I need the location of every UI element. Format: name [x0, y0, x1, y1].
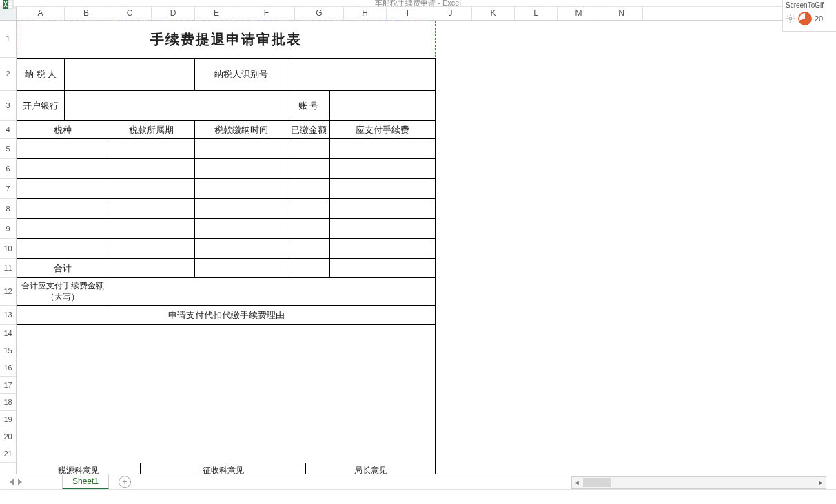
col-header[interactable]: A: [17, 7, 65, 20]
input-account[interactable]: [330, 91, 436, 121]
svg-line-9: [788, 16, 788, 17]
data-cell[interactable]: [195, 159, 287, 179]
data-cell[interactable]: [195, 139, 287, 159]
input-taxpayer[interactable]: [65, 58, 195, 91]
data-cell[interactable]: [17, 139, 108, 159]
col-header[interactable]: D: [152, 7, 195, 20]
col-header[interactable]: H: [344, 7, 387, 20]
label-taxid: 纳税人识别号: [195, 58, 287, 91]
header-paytime: 税款缴纳时间: [195, 121, 287, 139]
scroll-right-icon[interactable]: ►: [816, 478, 826, 487]
row-header[interactable]: 13: [0, 306, 17, 325]
row-header[interactable]: 16: [0, 359, 17, 377]
total-cell[interactable]: [195, 259, 287, 278]
row-header[interactable]: 4: [0, 121, 17, 139]
col-header[interactable]: F: [238, 7, 295, 20]
col-header[interactable]: B: [65, 7, 108, 20]
row-header[interactable]: 8: [0, 199, 17, 219]
label-total-cn: 合计应支付手续费金额（大写）: [17, 278, 108, 306]
data-cell[interactable]: [330, 239, 436, 259]
data-cell[interactable]: [17, 219, 108, 239]
data-cell[interactable]: [195, 239, 287, 259]
data-cell[interactable]: [330, 139, 436, 159]
data-cell[interactable]: [330, 199, 436, 219]
column-headers[interactable]: A B C D E F G H I J K L M N: [0, 7, 836, 21]
row-header[interactable]: 12: [0, 278, 17, 306]
data-cell[interactable]: [287, 239, 330, 259]
data-cell[interactable]: [287, 139, 330, 159]
form-title: 手续费提退申请审批表: [17, 21, 436, 58]
row-header[interactable]: 20: [0, 428, 17, 445]
window-title: 车船税手续费申请 - Excel: [375, 0, 461, 8]
data-cell[interactable]: [17, 239, 108, 259]
col-header[interactable]: M: [558, 7, 600, 20]
data-cell[interactable]: [287, 179, 330, 199]
data-cell[interactable]: [108, 219, 195, 239]
data-cell[interactable]: [108, 139, 195, 159]
col-header[interactable]: C: [108, 7, 152, 20]
data-cell[interactable]: [330, 159, 436, 179]
reason-textarea[interactable]: [17, 325, 436, 463]
header-taxtype: 税种: [17, 121, 108, 139]
header-paid: 已缴金额: [287, 121, 330, 139]
scroll-left-icon[interactable]: ◄: [572, 478, 582, 487]
data-cell[interactable]: [195, 179, 287, 199]
row-header[interactable]: 19: [0, 411, 17, 428]
row-header[interactable]: 2: [0, 58, 17, 91]
total-cell[interactable]: [287, 259, 330, 278]
row-header[interactable]: 1: [0, 21, 17, 58]
row-header[interactable]: 15: [0, 342, 17, 359]
input-bank[interactable]: [65, 91, 287, 121]
svg-point-4: [789, 17, 792, 20]
col-header[interactable]: L: [515, 7, 558, 20]
data-cell[interactable]: [287, 219, 330, 239]
data-cell[interactable]: [108, 239, 195, 259]
data-cell[interactable]: [195, 199, 287, 219]
col-header[interactable]: N: [600, 7, 643, 20]
col-header[interactable]: G: [295, 7, 344, 20]
data-cell[interactable]: [287, 199, 330, 219]
col-header[interactable]: K: [472, 7, 515, 20]
svg-rect-1: [8, 0, 13, 8]
input-taxid[interactable]: [287, 58, 436, 91]
label-taxpayer: 纳 税 人: [17, 58, 65, 91]
data-cell[interactable]: [330, 219, 436, 239]
row-header[interactable]: 14: [0, 325, 17, 342]
row-header[interactable]: 17: [0, 377, 17, 394]
data-cell[interactable]: [17, 179, 108, 199]
header-fee: 应支付手续费: [330, 121, 436, 139]
label-total: 合计: [17, 259, 108, 278]
col-header[interactable]: I: [387, 7, 429, 20]
data-cell[interactable]: [17, 159, 108, 179]
data-cell[interactable]: [287, 159, 330, 179]
input-total-cn[interactable]: [108, 278, 436, 306]
horizontal-scrollbar[interactable]: ◄ ►: [571, 476, 826, 489]
row-header[interactable]: 10: [0, 239, 17, 259]
worksheet-grid[interactable]: 1 2 3 4 5 6 7 8 9 10 11 12 13 14 15 16 1…: [0, 21, 836, 475]
data-cell[interactable]: [108, 199, 195, 219]
row-header[interactable]: 6: [0, 159, 17, 179]
row-header[interactable]: 21: [0, 445, 17, 463]
row-header[interactable]: 18: [0, 394, 17, 411]
row-header[interactable]: 5: [0, 139, 17, 159]
col-header[interactable]: J: [429, 7, 472, 20]
data-cell[interactable]: [330, 179, 436, 199]
svg-line-12: [793, 16, 793, 17]
row-header[interactable]: 11: [0, 259, 17, 278]
row-header[interactable]: 3: [0, 91, 17, 121]
col-header[interactable]: E: [195, 7, 238, 20]
total-cell[interactable]: [108, 259, 195, 278]
data-cell[interactable]: [195, 219, 287, 239]
data-cell[interactable]: [108, 179, 195, 199]
row-header[interactable]: 9: [0, 219, 17, 239]
scroll-thumb[interactable]: [583, 478, 611, 487]
label-account: 账 号: [287, 91, 330, 121]
add-sheet-button[interactable]: +: [119, 476, 131, 488]
data-cell[interactable]: [17, 199, 108, 219]
total-cell[interactable]: [330, 259, 436, 278]
tab-nav-prev-icon[interactable]: [10, 479, 14, 485]
row-header[interactable]: 7: [0, 179, 17, 199]
sheet-tab[interactable]: Sheet1: [62, 474, 109, 490]
tab-nav-next-icon[interactable]: [18, 479, 22, 485]
data-cell[interactable]: [108, 159, 195, 179]
